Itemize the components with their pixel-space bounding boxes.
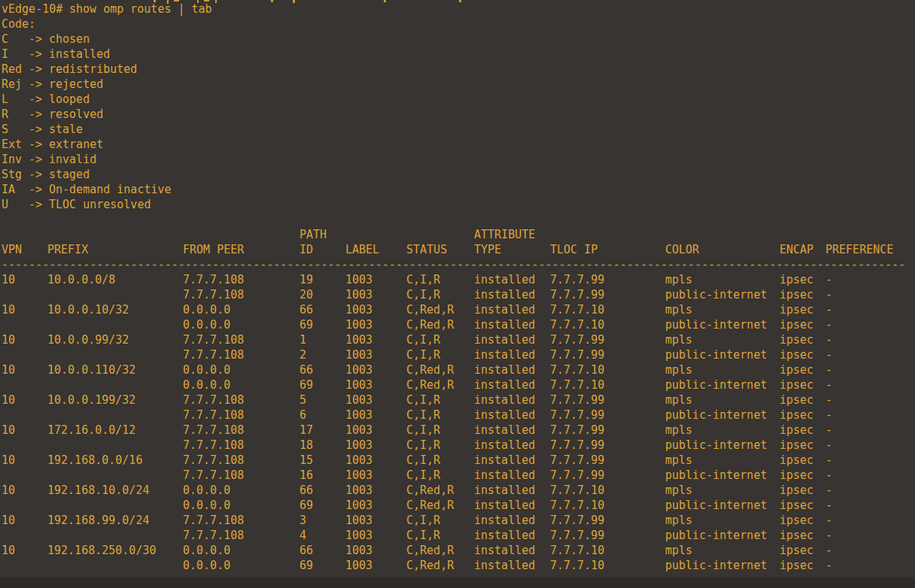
header-vpn: VPN: [2, 242, 22, 257]
cell-tloc-ip: 7.7.7.10: [550, 362, 604, 377]
legend-code: I: [2, 47, 8, 62]
cell-status: C,I,R: [406, 347, 440, 362]
cell-prefix: 10.0.0.110/32: [47, 362, 135, 377]
cell-prefix: 10.0.0.99/32: [47, 332, 129, 347]
cell-label: 1003: [345, 498, 372, 513]
cell-encap: ipsec: [780, 498, 813, 513]
cell-status: C,I,R: [406, 393, 440, 408]
cell-attr-type: installed: [474, 332, 535, 347]
legend-arrow: ->: [29, 107, 42, 122]
legend-line: I -> installed: [0, 47, 915, 62]
cell-tloc-ip: 7.7.7.99: [550, 438, 604, 453]
legend-line: Red -> redistributed: [0, 62, 915, 77]
legend-meaning: invalid: [49, 152, 96, 167]
cell-path-id: 3: [299, 513, 306, 528]
cell-preference: -: [825, 438, 832, 453]
legend-line: S -> stale: [0, 122, 915, 137]
cell-tloc-ip: 7.7.7.10: [550, 377, 604, 393]
cell-path-id: 1: [299, 332, 306, 347]
cell-attr-type: installed: [474, 302, 535, 317]
cell-path-id: 69: [299, 377, 313, 393]
legend-arrow: ->: [29, 32, 42, 47]
header-type: TYPE: [474, 242, 501, 257]
cell-from-peer: 0.0.0.0: [183, 483, 230, 498]
header-status: STATUS: [406, 242, 447, 257]
typed-command: show omp routes | tab: [69, 2, 212, 17]
legend-meaning: chosen: [49, 32, 90, 47]
legend-code: IA: [2, 182, 15, 197]
cell-vpn: 10: [2, 332, 15, 347]
table-row: 0.0.0.0 69 1003 C,Red,R installed 7.7.7.…: [0, 558, 915, 573]
cell-vpn: 10: [2, 483, 15, 498]
cell-from-peer: 7.7.7.108: [183, 438, 244, 453]
cell-color: public-internet: [665, 287, 767, 302]
cell-prefix: 192.168.250.0/30: [47, 543, 157, 558]
cell-status: C,Red,R: [406, 498, 454, 513]
cell-attr-type: installed: [474, 347, 535, 362]
cell-vpn: 10: [2, 453, 15, 468]
cell-preference: -: [825, 543, 832, 558]
table-header-line1: PATH ATTRIBUTE: [0, 227, 915, 242]
cell-status: C,Red,R: [406, 377, 454, 393]
cell-label: 1003: [345, 528, 372, 543]
cell-status: C,I,R: [406, 423, 440, 438]
cell-label: 1003: [345, 377, 372, 393]
cell-label: 1003: [345, 332, 372, 347]
cell-attr-type: installed: [474, 317, 535, 332]
cell-color: public-internet: [665, 438, 767, 453]
terminal-screen[interactable]: vEdge-10# show omp routes | tab Code: C …: [0, 0, 915, 577]
blank-line: [0, 212, 915, 227]
legend-code: L: [2, 92, 8, 107]
cell-encap: ipsec: [780, 453, 813, 468]
cell-status: C,I,R: [406, 453, 440, 468]
cell-preference: -: [825, 408, 832, 423]
cell-preference: -: [825, 302, 832, 317]
cell-color: mpls: [665, 272, 692, 287]
cell-tloc-ip: 7.7.7.10: [550, 302, 604, 317]
cell-path-id: 5: [299, 393, 306, 408]
legend-meaning: installed: [49, 47, 110, 62]
legend-code: Rej: [2, 77, 22, 92]
cell-tloc-ip: 7.7.7.10: [550, 483, 604, 498]
cell-tloc-ip: 7.7.7.99: [550, 423, 604, 438]
legend-meaning: looped: [49, 92, 90, 107]
cell-attr-type: installed: [474, 377, 535, 393]
table-row: 10 192.168.10.0/24 0.0.0.0 66 1003 C,Red…: [0, 483, 915, 498]
cell-status: C,I,R: [406, 468, 440, 483]
cell-preference: -: [825, 453, 832, 468]
cell-encap: ipsec: [780, 543, 813, 558]
cell-prefix: 192.168.99.0/24: [47, 513, 149, 528]
cell-preference: -: [825, 513, 832, 528]
code-legend-header: Code:: [0, 17, 915, 32]
cell-path-id: 16: [299, 468, 313, 483]
table-row: 7.7.7.108 6 1003 C,I,R installed 7.7.7.9…: [0, 408, 915, 423]
cell-status: C,I,R: [406, 513, 440, 528]
cell-from-peer: 7.7.7.108: [183, 453, 244, 468]
cell-attr-type: installed: [474, 528, 535, 543]
cell-tloc-ip: 7.7.7.99: [550, 408, 604, 423]
legend-arrow: ->: [29, 197, 42, 212]
legend-line: Ext -> extranet: [0, 137, 915, 152]
legend-arrow: ->: [29, 122, 42, 137]
cell-color: mpls: [665, 483, 692, 498]
header-preference: PREFERENCE: [825, 242, 893, 257]
cell-color: mpls: [665, 393, 692, 408]
legend-line: L -> looped: [0, 92, 915, 107]
table-row: 0.0.0.0 69 1003 C,Red,R installed 7.7.7.…: [0, 377, 915, 393]
cell-label: 1003: [345, 483, 372, 498]
cell-path-id: 2: [299, 347, 306, 362]
cell-from-peer: 7.7.7.108: [183, 423, 244, 438]
command-line: vEdge-10# show omp routes | tab: [0, 2, 915, 17]
cell-path-id: 4: [299, 528, 306, 543]
cell-attr-type: installed: [474, 272, 535, 287]
cell-encap: ipsec: [780, 468, 813, 483]
legend-meaning: On-demand inactive: [49, 182, 172, 197]
cell-label: 1003: [345, 438, 372, 453]
header-encap: ENCAP: [780, 242, 813, 257]
cell-vpn: 10: [2, 393, 15, 408]
cell-tloc-ip: 7.7.7.99: [550, 272, 604, 287]
table-row: 7.7.7.108 18 1003 C,I,R installed 7.7.7.…: [0, 438, 915, 453]
cell-preference: -: [825, 558, 832, 573]
cell-color: public-internet: [665, 347, 767, 362]
cell-encap: ipsec: [780, 272, 813, 287]
